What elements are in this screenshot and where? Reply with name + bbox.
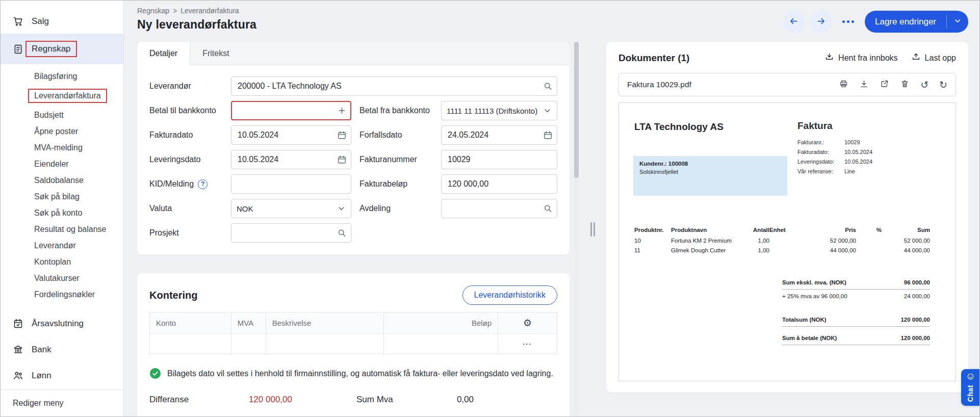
sidebar-item-valutakurser[interactable]: Valutakurser <box>1 270 123 286</box>
inbox-download-icon <box>824 52 834 64</box>
form-scrollbar-thumb[interactable] <box>574 42 579 178</box>
beskrivelse-cell[interactable] <box>266 334 384 354</box>
prosjekt-label: Prosjekt <box>149 228 231 238</box>
subnav-label: Budsjett <box>34 111 64 119</box>
invoice-totals: Sum ekskl. mva. (NOK)96 000,00 + 25% mva… <box>782 278 930 345</box>
delete-button[interactable] <box>900 79 910 90</box>
sidebar-item-budsjett[interactable]: Budsjett <box>1 107 123 123</box>
search-icon[interactable] <box>337 228 347 238</box>
sidebar-item-leverandor[interactable]: Leverandør <box>1 238 123 254</box>
plus-icon[interactable] <box>337 106 347 116</box>
form-tabs: Detaljer Fritekst <box>137 42 570 65</box>
sidebar-item-bank[interactable]: Bank <box>1 337 123 362</box>
fakturadato-field[interactable] <box>231 125 351 145</box>
edit-menu-button[interactable]: Rediger meny <box>1 389 123 416</box>
calendar-check-icon <box>13 318 23 329</box>
help-icon[interactable]: ? <box>198 179 208 189</box>
more-options-button[interactable] <box>838 12 859 32</box>
fetch-from-inbox-button[interactable]: Hent fra innboks <box>824 52 898 64</box>
avdeling-field[interactable] <box>441 199 557 218</box>
subnav-label: Valutakurser <box>34 274 80 282</box>
sidebar-item-sok-pa-konto[interactable]: Søk på konto <box>1 205 123 221</box>
save-button[interactable]: Lagre endringer <box>865 11 946 33</box>
subnav-label: Bilagsføring <box>34 72 77 81</box>
download-button[interactable] <box>859 79 869 90</box>
resize-handle[interactable] <box>590 222 595 237</box>
fakturanummer-field[interactable] <box>441 150 557 169</box>
sidebar-item-kontoplan[interactable]: Kontoplan <box>1 254 123 270</box>
sidebar-item-regnskap[interactable]: Regnskap <box>1 34 123 64</box>
sidebar-item-leverandorfaktura[interactable]: Leverandørfaktura <box>1 85 123 107</box>
tab-fritekst[interactable]: Fritekst <box>190 42 241 65</box>
fakturadato-label: Fakturadato <box>149 131 231 140</box>
betal-til-bankkonto-field[interactable] <box>231 101 351 120</box>
back-button[interactable] <box>783 11 805 33</box>
fakturadato-field-wrap <box>231 125 351 145</box>
search-icon[interactable] <box>543 204 553 214</box>
sidebar-item-label: Regnskap <box>32 44 71 54</box>
valuta-select[interactable]: NOK <box>231 199 351 218</box>
belop-cell[interactable] <box>384 334 498 354</box>
rotate-left-button[interactable]: ↺ <box>920 80 929 90</box>
meta-label: Fakturadato: <box>797 147 844 157</box>
valuta-label: Valuta <box>149 204 231 213</box>
calendar-icon[interactable] <box>337 155 347 165</box>
sidebar-item-saldobalanse[interactable]: Saldobalanse <box>1 172 123 189</box>
subnav-label: MVA-melding <box>34 143 83 152</box>
sidebar-item-sok-pa-bilag[interactable]: Søk på bilag <box>1 189 123 205</box>
header-actions: Lagre endringer <box>783 11 968 33</box>
pdf-preview[interactable]: LTA Technology AS Faktura Fakturanr.:100… <box>618 102 956 381</box>
konto-cell[interactable] <box>150 334 231 354</box>
sidebar-item-eiendeler[interactable]: Eiendeler <box>1 156 123 172</box>
sidebar: Salg Regnskap Bilagsføring Leverandørfak… <box>1 1 124 416</box>
open-external-button[interactable] <box>880 79 889 90</box>
betal-fra-bankkonto-select[interactable]: 1111 11 11113 (Driftskonto) <box>441 101 557 120</box>
documents-title: Dokumenter (1) <box>618 53 689 64</box>
forfallsdato-field-wrap <box>441 125 557 145</box>
calendar-icon[interactable] <box>543 131 553 140</box>
check-circle-icon <box>149 368 161 379</box>
customer-number: Kundenr.: 100008 <box>639 161 781 167</box>
search-icon[interactable] <box>543 82 553 91</box>
fakturabelop-label: Fakturabeløp <box>351 179 441 189</box>
documents-panel: Dokumenter (1) Hent fra innboks Last opp <box>606 42 968 393</box>
fakturanummer-field-wrap <box>441 150 557 169</box>
row-more-button[interactable]: ⋯ <box>498 334 557 354</box>
sidebar-item-apne-poster[interactable]: Åpne poster <box>1 123 123 140</box>
calendar-icon[interactable] <box>337 131 347 140</box>
invoice-table-header: Produktnr. Produktnavn Antall Enhet Pris… <box>634 225 930 235</box>
leveringsdato-field[interactable] <box>231 150 351 169</box>
prosjekt-field[interactable] <box>231 223 351 243</box>
chat-widget-button[interactable]: Chat <box>961 369 979 406</box>
subnav-label: Saldobalanse <box>34 176 84 185</box>
print-button[interactable] <box>839 79 848 90</box>
sidebar-item-bilagsforing[interactable]: Bilagsføring <box>1 68 123 85</box>
tab-detaljer[interactable]: Detaljer <box>137 42 190 65</box>
sidebar-item-salg[interactable]: Salg <box>1 9 123 34</box>
rotate-right-button[interactable]: ↻ <box>939 80 947 90</box>
cart-icon <box>13 16 23 27</box>
sidebar-item-fordelingsnokler[interactable]: Fordelingsnøkler <box>1 286 123 303</box>
date-info-line: Bilagets dato vil settes i henhold til f… <box>149 368 557 379</box>
meta-value: 10029 <box>844 138 860 147</box>
sidebar-item-arsavslutning[interactable]: Årsavslutning <box>1 311 123 336</box>
save-options-button[interactable] <box>947 11 968 33</box>
kontering-empty-row[interactable]: ⋯ <box>150 334 557 354</box>
sidebar-item-resultat-og-balanse[interactable]: Resultat og balanse <box>1 221 123 238</box>
leverandor-field[interactable] <box>231 76 557 96</box>
sidebar-item-mva-melding[interactable]: MVA-melding <box>1 140 123 156</box>
mva-cell[interactable] <box>231 334 266 354</box>
gear-icon[interactable]: ⚙ <box>523 318 532 328</box>
upload-button[interactable]: Last opp <box>911 52 956 64</box>
kontering-table: Konto MVA Beskrivelse Beløp ⚙ <box>149 312 557 354</box>
fakturabelop-field[interactable] <box>441 174 557 194</box>
breadcrumb-regnskap[interactable]: Regnskap <box>137 7 169 15</box>
forfallsdato-field[interactable] <box>441 125 557 145</box>
form-scrollbar-track[interactable] <box>574 42 579 416</box>
forward-button[interactable] <box>811 11 832 33</box>
leverandorhistorikk-button[interactable]: Leverandørhistorikk <box>462 285 558 305</box>
breadcrumb-leverandorfaktura[interactable]: Leverandørfaktura <box>180 7 239 15</box>
sidebar-item-lonn[interactable]: Lønn <box>1 363 123 388</box>
totals-row-totalsum: Totalsum (NOK)120 000,00 <box>782 316 930 327</box>
kid-melding-field[interactable] <box>231 174 351 194</box>
